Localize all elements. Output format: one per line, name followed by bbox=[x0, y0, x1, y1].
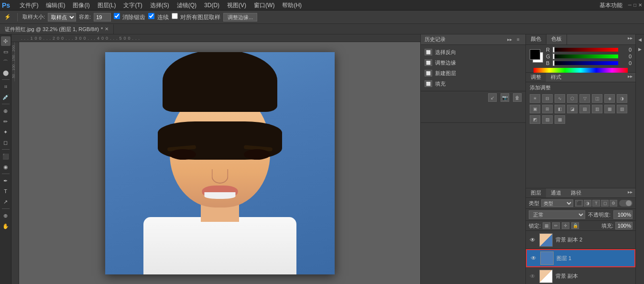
pen-tool[interactable]: ✒ bbox=[1, 176, 11, 186]
filter-smart-icon[interactable]: ⚙ bbox=[610, 200, 617, 207]
history-new-snapshot-btn[interactable]: 📷 bbox=[501, 93, 509, 102]
channel-g-bar[interactable] bbox=[553, 55, 618, 58]
menu-layer[interactable]: 图层(L) bbox=[94, 0, 120, 11]
color-tab-color[interactable]: 颜色 bbox=[526, 34, 546, 44]
channel-r-slider[interactable] bbox=[553, 47, 555, 53]
color-swatches-stack[interactable] bbox=[530, 49, 544, 64]
zoom-tool[interactable]: ⊕ bbox=[1, 211, 11, 220]
workspace-selector[interactable]: 基本功能 bbox=[596, 0, 626, 11]
menu-help[interactable]: 帮助(H) bbox=[278, 0, 306, 11]
eyedropper-tool[interactable]: 💉 bbox=[1, 92, 11, 102]
adjust-tab-adjust[interactable]: 调整 bbox=[526, 73, 546, 82]
bw-icon[interactable]: ◑ bbox=[617, 94, 627, 103]
brightness-contrast-icon[interactable]: ☀ bbox=[530, 94, 540, 103]
foreground-color-swatch[interactable] bbox=[530, 49, 540, 60]
menu-filter[interactable]: 滤镜(Q) bbox=[173, 0, 200, 11]
filter-adjustment-icon[interactable]: ◑ bbox=[584, 200, 591, 207]
filter-text-icon[interactable]: T bbox=[592, 200, 600, 207]
hand-tool[interactable]: ✋ bbox=[1, 221, 11, 231]
marquee-tool[interactable]: ▭ bbox=[1, 47, 11, 56]
blend-mode-select[interactable]: 正常 bbox=[529, 210, 585, 219]
layer-visibility-toggle[interactable]: 👁 bbox=[530, 254, 537, 262]
lock-position[interactable]: ✛ bbox=[562, 222, 569, 229]
layers-tab-paths[interactable]: 路径 bbox=[566, 188, 586, 197]
layers-panel-menu[interactable]: ▸▸ bbox=[625, 188, 635, 197]
panel-expand-arrow[interactable]: ▶ bbox=[637, 46, 644, 53]
color-lookup-icon[interactable]: ◧ bbox=[555, 105, 565, 113]
vibrance-icon[interactable]: ▽ bbox=[579, 94, 590, 103]
quick-selection-tool[interactable]: ⬤ bbox=[1, 68, 11, 77]
history-item[interactable]: ⬜ 填充 bbox=[421, 78, 525, 89]
lock-all[interactable]: 🔒 bbox=[571, 222, 579, 229]
adj-icon-10[interactable]: ▨ bbox=[542, 115, 553, 124]
posterize-icon[interactable]: ▤ bbox=[579, 105, 590, 113]
adjust-tab-style[interactable]: 样式 bbox=[546, 73, 566, 82]
move-tool[interactable]: ✣ bbox=[1, 36, 11, 46]
magic-wand-tool-icon[interactable]: ⚡ bbox=[3, 12, 12, 22]
history-panel-menu[interactable]: ▸▸ bbox=[506, 36, 513, 43]
layers-filter-select[interactable]: 类型 bbox=[541, 199, 573, 207]
curves-icon[interactable]: ∿ bbox=[555, 94, 565, 103]
tolerance-input[interactable] bbox=[94, 13, 111, 22]
threshold-icon[interactable]: ▥ bbox=[592, 105, 602, 113]
menu-3d[interactable]: 3D(D) bbox=[200, 0, 223, 11]
opacity-input[interactable] bbox=[613, 210, 633, 219]
window-close[interactable]: ✕ bbox=[638, 2, 642, 8]
path-selection-tool[interactable]: ↗ bbox=[1, 197, 11, 207]
history-item[interactable]: ⬜ 新建图层 bbox=[421, 68, 525, 78]
window-minimize[interactable]: ─ bbox=[628, 2, 632, 8]
brush-tool[interactable]: ✏ bbox=[1, 117, 11, 126]
all-layers-checkbox[interactable] bbox=[172, 13, 178, 19]
panel-collapse-arrow[interactable]: ◀ bbox=[637, 36, 644, 43]
crop-tool[interactable]: ⌗ bbox=[1, 82, 11, 91]
gradient-map-icon[interactable]: ▦ bbox=[604, 105, 615, 113]
hue-saturation-icon[interactable]: ◫ bbox=[592, 94, 602, 103]
lock-transparent-pixels[interactable]: ▦ bbox=[543, 222, 550, 229]
adjust-panel-menu[interactable]: ▸▸ bbox=[625, 73, 635, 82]
blur-tool[interactable]: ◉ bbox=[1, 162, 11, 172]
color-tab-swatches[interactable]: 色板 bbox=[546, 34, 567, 44]
levels-icon[interactable]: ⊟ bbox=[542, 94, 553, 103]
menu-image[interactable]: 图像(I) bbox=[69, 0, 93, 11]
clone-stamp-tool[interactable]: ✦ bbox=[1, 127, 11, 137]
menu-select[interactable]: 选择(S) bbox=[146, 0, 173, 11]
layers-tab-layers[interactable]: 图层 bbox=[526, 188, 546, 197]
antialiased-checkbox[interactable] bbox=[114, 13, 120, 19]
channel-r-bar[interactable] bbox=[553, 48, 618, 52]
refine-edge-button[interactable]: 调整边缘... bbox=[223, 13, 257, 22]
menu-view[interactable]: 视图(V) bbox=[223, 0, 250, 11]
filter-shape-icon[interactable]: ◻ bbox=[601, 200, 609, 207]
window-restore[interactable]: □ bbox=[633, 2, 636, 8]
fill-input[interactable] bbox=[615, 222, 633, 229]
healing-brush-tool[interactable]: ⊕ bbox=[1, 106, 11, 116]
channel-b-slider[interactable] bbox=[553, 60, 555, 66]
invert-icon[interactable]: ◪ bbox=[567, 105, 578, 113]
layer-visibility-toggle[interactable]: 👁 bbox=[529, 273, 536, 280]
exposure-icon[interactable]: ⬡ bbox=[567, 94, 578, 103]
sample-size-select[interactable]: 取样点 bbox=[48, 13, 76, 22]
layer-item[interactable]: 👁 图层 1 bbox=[526, 249, 635, 267]
menu-text[interactable]: 文字(T) bbox=[120, 0, 146, 11]
tab-close-button[interactable]: ✕ bbox=[105, 25, 109, 33]
layer-visibility-toggle[interactable]: 👁 bbox=[529, 236, 536, 244]
history-delete-btn[interactable]: 🗑 bbox=[513, 93, 522, 102]
color-balance-icon[interactable]: ◈ bbox=[604, 94, 615, 103]
channel-g-slider[interactable] bbox=[553, 54, 555, 59]
text-tool[interactable]: T bbox=[1, 186, 11, 196]
layer-item[interactable]: 👁 背景 副本 2 bbox=[526, 231, 635, 249]
document-tab[interactable]: 证件照红.jpg @ 32.2% (图层 1, RGB/8#) * ✕ bbox=[0, 24, 114, 34]
contiguous-checkbox[interactable] bbox=[148, 13, 154, 19]
selective-color-icon[interactable]: ▧ bbox=[617, 105, 627, 113]
history-item[interactable]: ⬜ 选择反向 bbox=[421, 47, 525, 57]
gradient-tool[interactable]: ⬛ bbox=[1, 152, 11, 161]
eraser-tool[interactable]: ◻ bbox=[1, 138, 11, 147]
history-snapshot-from-current-btn[interactable]: ↙ bbox=[488, 93, 497, 102]
color-panel-menu[interactable]: ▸▸ bbox=[625, 34, 635, 44]
photo-filter-icon[interactable]: ▣ bbox=[530, 105, 540, 113]
filter-pixel-icon[interactable]: ⬛ bbox=[575, 200, 583, 207]
lasso-tool[interactable]: ⌒ bbox=[1, 57, 11, 67]
menu-file[interactable]: 文件(F) bbox=[16, 0, 42, 11]
menu-edit[interactable]: 编辑(E) bbox=[42, 0, 69, 11]
adj-icon-9[interactable]: ◩ bbox=[530, 115, 540, 124]
layers-tab-channels[interactable]: 通道 bbox=[546, 188, 566, 197]
